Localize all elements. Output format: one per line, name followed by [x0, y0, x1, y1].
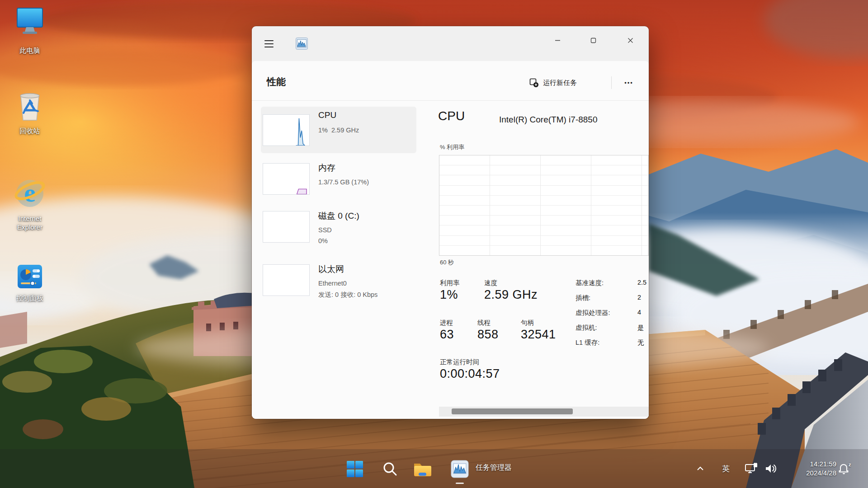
window-content: 性能 运行新任务 ••• CPU 1% 2.59 GHz 内存 1.3/7 — [252, 61, 649, 419]
sysinfo-value: 2.5 — [637, 279, 646, 286]
sysinfo-row: L1 缓存: 无 — [576, 338, 649, 353]
minimize-button[interactable] — [547, 32, 568, 49]
recycle-bin-icon — [15, 89, 44, 125]
threads-label: 线程 — [477, 319, 491, 327]
card-title: 内存 — [318, 162, 335, 174]
card-sub: Ethernet0 — [318, 280, 347, 287]
search-button[interactable] — [380, 459, 400, 479]
tray-volume[interactable] — [762, 461, 780, 476]
sysinfo-value: 无 — [637, 338, 644, 347]
sysinfo-label: 基准速度: — [576, 279, 604, 287]
folder-icon — [413, 460, 433, 478]
this-pc-icon — [15, 6, 44, 44]
control-panel-icon — [15, 261, 44, 292]
processes-value: 63 — [440, 328, 454, 342]
search-icon — [382, 461, 398, 477]
cpu-mini-chart — [263, 114, 310, 146]
desktop-icon-label: 控制面板 — [4, 294, 56, 302]
window-titlebar[interactable] — [252, 26, 649, 61]
uptime-value: 0:00:04:57 — [440, 367, 500, 381]
file-explorer-button[interactable] — [413, 459, 433, 479]
close-button[interactable] — [620, 32, 641, 49]
card-title: 磁盘 0 (C:) — [318, 210, 359, 222]
running-app-indicator — [456, 483, 464, 484]
tray-chevron-up[interactable] — [693, 462, 707, 475]
tray-ime-indicator[interactable]: 英 — [719, 461, 733, 476]
card-title: 以太网 — [318, 263, 344, 275]
chart-y-axis-label: % 利用率 — [440, 143, 464, 151]
cpu-model-subtitle: Intel(R) Core(TM) i7-8850 — [499, 115, 598, 125]
task-manager-icon — [451, 460, 469, 478]
page-title: 性能 — [267, 75, 286, 88]
windows-logo-icon — [346, 460, 363, 478]
desktop-icon-label: Internet Explorer — [9, 214, 51, 231]
tray-clock[interactable]: 14:21:59 2024/4/28 — [786, 458, 836, 479]
card-sub2: 发送: 0 接收: 0 Kbps — [318, 291, 377, 299]
uptime-label: 正常运行时间 — [440, 358, 479, 366]
horizontal-scrollbar[interactable] — [439, 407, 649, 417]
run-new-task-button[interactable]: 运行新任务 — [525, 74, 609, 92]
sysinfo-label: L1 缓存: — [576, 338, 599, 347]
handles-value: 32541 — [521, 328, 556, 342]
sysinfo-label: 虚拟处理器: — [576, 309, 610, 317]
bell-dnd-icon: z — [838, 462, 851, 475]
hamburger-menu-icon[interactable] — [264, 40, 274, 47]
speed-value: 2.59 GHz — [484, 288, 538, 302]
card-sub: 1.3/7.5 GB (17%) — [318, 178, 369, 186]
perf-card-ethernet[interactable]: 以太网 Ethernet0 发送: 0 接收: 0 Kbps — [261, 260, 416, 301]
taskbar: 任务管理器 英 14:21:59 2024/4/28 z — [0, 449, 868, 488]
disk-mini-chart — [263, 211, 310, 243]
desktop-icon-label: 此电脑 — [4, 46, 56, 55]
util-label: 利用率 — [440, 279, 460, 287]
processes-label: 进程 — [440, 319, 453, 327]
tray-notifications[interactable]: z — [835, 461, 854, 476]
speaker-icon — [765, 463, 778, 474]
maximize-button[interactable] — [583, 32, 604, 49]
util-value: 1% — [440, 288, 458, 302]
sysinfo-row: 插槽: 2 — [576, 294, 649, 309]
header-divider — [252, 100, 649, 101]
detail-title: CPU — [438, 109, 465, 123]
sysinfo-value: 2 — [637, 294, 641, 301]
chart-x-axis-label: 60 秒 — [440, 258, 454, 267]
speed-label: 速度 — [484, 279, 497, 287]
sysinfo-row: 基准速度: 2.5 — [576, 279, 649, 294]
memory-mini-chart — [263, 163, 310, 195]
tray-date: 2024/4/28 — [806, 469, 836, 478]
new-task-icon — [529, 78, 539, 88]
sysinfo-value: 4 — [637, 309, 641, 316]
card-sub: 1% 2.59 GHz — [318, 127, 359, 134]
scrollbar-thumb[interactable] — [452, 408, 573, 414]
ethernet-mini-chart — [263, 264, 310, 296]
sysinfo-row: 虚拟处理器: 4 — [576, 309, 649, 324]
internet-explorer-icon: e — [14, 173, 46, 212]
task-manager-app-icon — [296, 38, 308, 50]
sysinfo-row: 虚拟机: 是 — [576, 324, 649, 338]
threads-value: 858 — [477, 328, 499, 342]
desktop-icon-recycle-bin[interactable]: 回收站 — [4, 89, 56, 135]
start-button[interactable] — [345, 459, 365, 479]
card-sub2: 0% — [318, 237, 328, 244]
card-sub: SSD — [318, 226, 332, 234]
more-options-button[interactable]: ••• — [617, 74, 641, 92]
card-title: CPU — [318, 110, 336, 120]
chevron-up-icon — [697, 466, 704, 471]
tray-time: 14:21:59 — [810, 460, 836, 469]
network-icon — [745, 463, 758, 474]
handles-label: 句柄 — [521, 319, 534, 327]
toolbar-divider — [611, 76, 612, 89]
desktop-icon-internet-explorer[interactable]: e Internet Explorer — [4, 173, 56, 231]
desktop-icon-label: 回收站 — [4, 127, 56, 135]
perf-card-cpu[interactable]: CPU 1% 2.59 GHz — [261, 107, 416, 153]
sysinfo-label: 插槽: — [576, 294, 590, 302]
desktop-icon-this-pc[interactable]: 此电脑 — [4, 6, 56, 55]
tray-network[interactable] — [742, 461, 760, 476]
task-manager-taskbar-label[interactable]: 任务管理器 — [476, 463, 512, 473]
perf-card-disk[interactable]: 磁盘 0 (C:) SSD 0% — [261, 206, 416, 252]
cpu-usage-chart — [439, 155, 649, 256]
task-manager-window: 性能 运行新任务 ••• CPU 1% 2.59 GHz 内存 1.3/7 — [252, 26, 649, 419]
task-manager-taskbar-button[interactable] — [450, 459, 470, 479]
sysinfo-label: 虚拟机: — [576, 324, 597, 332]
desktop-icon-control-panel[interactable]: 控制面板 — [4, 261, 56, 302]
perf-card-memory[interactable]: 内存 1.3/7.5 GB (17%) — [261, 159, 416, 199]
